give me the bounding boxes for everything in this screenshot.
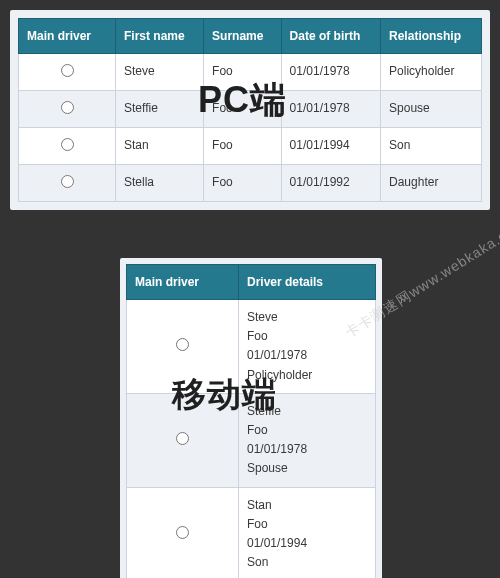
cell-first-name: Stan: [116, 128, 204, 165]
cell-first-name: Stella: [116, 165, 204, 202]
table-row: Stan Foo 01/01/1994 Son: [19, 128, 482, 165]
cell-surname: Foo: [204, 165, 282, 202]
main-driver-radio[interactable]: [176, 432, 189, 445]
cell-relationship: Policyholder: [381, 54, 482, 91]
main-driver-radio[interactable]: [176, 526, 189, 539]
pc-drivers-table: Main driver First name Surname Date of b…: [18, 18, 482, 202]
mobile-drivers-table: Main driver Driver details Steve Foo 01/…: [126, 264, 376, 578]
detail-line: 01/01/1978: [247, 440, 367, 459]
detail-line: Foo: [247, 327, 367, 346]
cell-dob: 01/01/1978: [281, 91, 380, 128]
pc-th-first-name: First name: [116, 19, 204, 54]
cell-first-name: Steffie: [116, 91, 204, 128]
pc-th-main-driver: Main driver: [19, 19, 116, 54]
cell-surname: Foo: [204, 91, 282, 128]
cell-dob: 01/01/1992: [281, 165, 380, 202]
detail-line: Son: [247, 553, 367, 572]
pc-th-surname: Surname: [204, 19, 282, 54]
detail-line: 01/01/1978: [247, 346, 367, 365]
detail-line: Steve: [247, 308, 367, 327]
pc-th-dob: Date of birth: [281, 19, 380, 54]
cell-first-name: Steve: [116, 54, 204, 91]
detail-line: 01/01/1994: [247, 534, 367, 553]
mobile-panel: Main driver Driver details Steve Foo 01/…: [120, 258, 382, 578]
detail-line: Steffie: [247, 402, 367, 421]
table-row: Steffie Foo 01/01/1978 Spouse: [19, 91, 482, 128]
main-driver-radio[interactable]: [61, 101, 74, 114]
detail-line: Spouse: [247, 459, 367, 478]
detail-line: Foo: [247, 515, 367, 534]
detail-line: Policyholder: [247, 366, 367, 385]
mobile-th-main-driver: Main driver: [127, 265, 239, 300]
table-row: Steffie Foo 01/01/1978 Spouse: [127, 393, 376, 487]
table-row: Steve Foo 01/01/1978 Policyholder: [127, 300, 376, 394]
detail-line: Foo: [247, 421, 367, 440]
main-driver-radio[interactable]: [61, 64, 74, 77]
cell-relationship: Son: [381, 128, 482, 165]
table-row: Stan Foo 01/01/1994 Son: [127, 487, 376, 578]
main-driver-radio[interactable]: [61, 138, 74, 151]
cell-relationship: Daughter: [381, 165, 482, 202]
detail-line: Stan: [247, 496, 367, 515]
pc-th-relationship: Relationship: [381, 19, 482, 54]
cell-driver-details: Steffie Foo 01/01/1978 Spouse: [239, 393, 376, 487]
cell-driver-details: Steve Foo 01/01/1978 Policyholder: [239, 300, 376, 394]
cell-surname: Foo: [204, 128, 282, 165]
table-row: Stella Foo 01/01/1992 Daughter: [19, 165, 482, 202]
main-driver-radio[interactable]: [61, 175, 74, 188]
pc-panel: Main driver First name Surname Date of b…: [10, 10, 490, 210]
mobile-th-driver-details: Driver details: [239, 265, 376, 300]
cell-surname: Foo: [204, 54, 282, 91]
table-row: Steve Foo 01/01/1978 Policyholder: [19, 54, 482, 91]
cell-driver-details: Stan Foo 01/01/1994 Son: [239, 487, 376, 578]
cell-dob: 01/01/1978: [281, 54, 380, 91]
cell-relationship: Spouse: [381, 91, 482, 128]
main-driver-radio[interactable]: [176, 338, 189, 351]
cell-dob: 01/01/1994: [281, 128, 380, 165]
